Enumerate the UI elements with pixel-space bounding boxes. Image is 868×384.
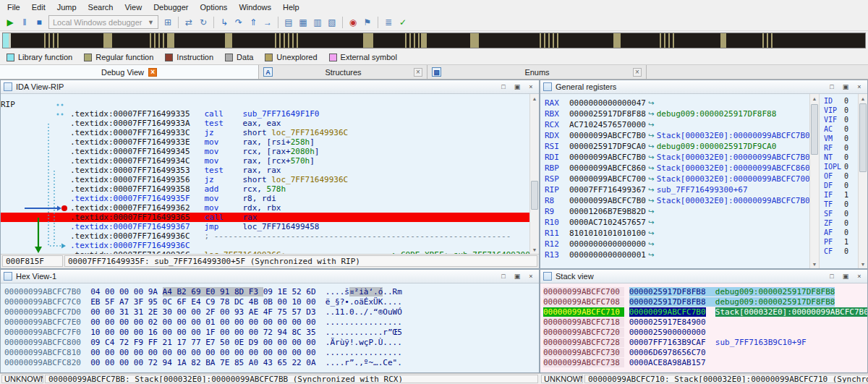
scroll-thumb[interactable] xyxy=(859,103,867,172)
hex-row[interactable]: 00000099ABCFC7B0 04 00 00 00 9A A4 B2 69… xyxy=(4,287,539,297)
close-icon[interactable]: × xyxy=(526,82,536,92)
attach-process-button[interactable]: ⇄ xyxy=(182,15,196,30)
stack-row[interactable]: 00000099ABCFC700 0000025917DF8FB8 debug0… xyxy=(543,287,867,297)
hex-row[interactable]: 00000099ABCFC820 00 00 00 00 72 94 1A 82… xyxy=(4,358,539,368)
stack-row[interactable]: 00000099ABCFC730 00006D6978656C70 xyxy=(543,348,867,358)
flag-row[interactable]: DF0 xyxy=(824,182,858,191)
scroll-down-icon[interactable]: ▼ xyxy=(810,260,819,268)
scroll-thumb[interactable] xyxy=(811,104,818,155)
disasm-line[interactable]: .textidx:00007FF71649933C jz short loc_7… xyxy=(1,128,529,137)
flag-row[interactable]: PF1 xyxy=(824,238,858,247)
open-hex-window-button[interactable]: ▤ xyxy=(281,15,296,30)
close-icon[interactable]: × xyxy=(148,68,157,77)
menu-help[interactable]: Help xyxy=(277,1,305,13)
disasm-line[interactable]: .textidx:00007FF716499362 mov rdx, rbx xyxy=(1,203,529,213)
disasm-line[interactable]: .textidx:00007FF716499345 mov rcx, [rax+… xyxy=(1,147,529,156)
register-row[interactable]: R800000099ABCFC7B0 ↪ Stack[000032E0]:000… xyxy=(545,196,809,207)
close-icon[interactable]: × xyxy=(854,82,864,92)
pause-process-button[interactable]: ‖ xyxy=(17,15,32,30)
flag-row[interactable]: IF1 xyxy=(824,191,858,200)
flag-row[interactable]: TF0 xyxy=(824,200,858,210)
float-icon[interactable]: ▣ xyxy=(512,271,522,281)
hex-row[interactable]: 00000099ABCFC800 09 C4 72 F9 FF 21 17 77… xyxy=(4,338,539,348)
open-registers-window-button[interactable]: ▦ xyxy=(296,15,310,30)
disasm-line[interactable]: .textidx:00007FF716499335 call sub_7FF71… xyxy=(1,109,529,119)
refresh-memory-button[interactable]: ↻ xyxy=(196,15,210,30)
register-row[interactable]: R118101010101010100 ↪ xyxy=(545,229,809,239)
flag-row[interactable]: IOPL0 xyxy=(824,163,858,172)
disasm-line[interactable]: .textidx:00007FF716499367 jmp loc_7FF716… xyxy=(1,222,529,231)
hex-row[interactable]: 00000099ABCFC7E0 00 00 00 00 02 00 00 00… xyxy=(4,317,539,328)
hex-row[interactable]: 00000099ABCFC810 00 00 00 00 00 00 00 00… xyxy=(4,348,539,358)
disasm-line[interactable]: .textidx:00007FF716499353 test rax, rax xyxy=(1,166,529,175)
hex-row[interactable]: 00000099ABCFC7F0 10 00 00 00 16 00 00 00… xyxy=(4,328,539,338)
flags-scrollbar[interactable]: ▲ ▼ xyxy=(858,94,867,268)
flag-row[interactable]: VIF0 xyxy=(824,116,858,125)
register-row[interactable]: RDI00000099ABCFC7B0 ↪ Stack[000032E0]:00… xyxy=(545,153,809,163)
disasm-line[interactable]: .textidx:00007FF71649935F mov r8, rdi xyxy=(1,194,529,203)
register-list[interactable]: RAX0000000000000047 ↪ RBX0000025917DF8F8… xyxy=(540,94,809,268)
register-row[interactable]: R130000000000000001 ↪ xyxy=(545,250,809,261)
stack-row[interactable]: 00000099ABCFC728 00007FF7163B9CAF sub_7F… xyxy=(543,338,867,348)
disasm-line[interactable]: .textidx:00007FF71649936C xyxy=(1,241,529,250)
tab-debug-view[interactable]: Debug View× xyxy=(0,65,259,79)
close-icon[interactable]: × xyxy=(526,271,536,281)
scroll-down-icon[interactable]: ▼ xyxy=(859,260,867,268)
float-icon[interactable]: ▣ xyxy=(512,82,522,92)
disasm-line[interactable]: .textidx:00007FF71649936C loc_7FF7164993… xyxy=(1,250,529,254)
register-row[interactable]: RDX00000099ABCFC7B0 ↪ Stack[000032E0]:00… xyxy=(545,131,809,142)
menu-windows[interactable]: Windows xyxy=(233,1,277,13)
hex-dump[interactable]: 00000099ABCFC7B0 04 00 00 00 9A A4 B2 69… xyxy=(1,283,539,372)
disasm-line[interactable]: .textidx:00007FF71649934C mov rax, [rcx+… xyxy=(1,156,529,166)
register-row[interactable]: RBX0000025917DF8F88 ↪ debug009:000002591… xyxy=(545,109,809,120)
register-row[interactable]: RSP00000099ABCFC700 ↪ Stack[000032E0]:00… xyxy=(545,174,809,185)
register-row[interactable]: RSI0000025917DF9CA0 ↪ debug009:000002591… xyxy=(545,142,809,153)
tab-enums[interactable]: ▤Enums× xyxy=(427,65,647,79)
stack-row[interactable]: 00000099ABCFC718 0000025917E84900 xyxy=(543,317,867,328)
register-row[interactable]: RBP00000099ABCFC860 ↪ Stack[000032E0]:00… xyxy=(545,163,809,174)
cpu-flags-list[interactable]: ID0VIP0VIF0AC0VM0RF0NT0IOPL0OF0DF0IF1TF0… xyxy=(819,94,858,268)
scroll-down-icon[interactable]: ▼ xyxy=(530,245,539,254)
close-icon[interactable]: × xyxy=(854,271,864,281)
register-row[interactable]: RIP00007FF716499367 ↪ sub_7FF716499300+6… xyxy=(545,185,809,196)
flag-row[interactable]: OF0 xyxy=(824,172,858,182)
register-row[interactable]: R100000AC7102457657 ↪ xyxy=(545,218,809,229)
disasm-line[interactable]: .textidx:00007FF71649933E mov rax, [rsi+… xyxy=(1,137,529,147)
close-icon[interactable]: × xyxy=(633,68,642,77)
disasm-line[interactable]: .textidx:00007FF71649936C ; ------------… xyxy=(1,231,529,241)
registers-scrollbar[interactable]: ▲ ▼ xyxy=(809,94,819,268)
continue-process-button[interactable]: ▶ xyxy=(3,15,17,30)
register-row[interactable]: RCXAC71024576570000 ↪ xyxy=(545,120,809,131)
run-to-cursor-button[interactable]: → xyxy=(260,15,275,30)
stack-row[interactable]: 00000099ABCFC710 00000099ABCFC7B0 Stack[… xyxy=(543,307,867,317)
register-row[interactable]: RAX0000000000000047 ↪ xyxy=(545,98,809,109)
restore-icon[interactable]: □ xyxy=(498,271,509,281)
menu-file[interactable]: File xyxy=(1,1,26,13)
flag-row[interactable]: AC0 xyxy=(824,125,858,135)
menu-view[interactable]: View xyxy=(119,1,148,13)
flag-row[interactable]: VM0 xyxy=(824,135,858,144)
close-icon[interactable]: × xyxy=(414,68,422,77)
menu-jump[interactable]: Jump xyxy=(51,1,82,13)
watch-list-button[interactable]: ⚑ xyxy=(360,15,375,30)
debugger-select[interactable]: Local Windows debugger ▼ xyxy=(48,15,158,29)
breakpoint-list-button[interactable]: ◉ xyxy=(346,15,360,30)
restore-icon[interactable]: □ xyxy=(498,82,509,92)
register-row[interactable]: R900001206B7E9B82D ↪ xyxy=(545,207,809,218)
tracing-button[interactable]: ≣ xyxy=(381,15,396,30)
register-row[interactable]: R120000000000000000 ↪ xyxy=(545,239,809,250)
menu-search[interactable]: Search xyxy=(82,1,119,13)
scroll-up-icon[interactable]: ▲ xyxy=(810,94,819,103)
restore-icon[interactable]: □ xyxy=(827,82,837,92)
disasm-line[interactable]: .textidx:00007FF71649933A test eax, eax xyxy=(1,119,529,128)
flag-row[interactable]: VIP0 xyxy=(824,106,858,116)
debugger-options-button[interactable]: ⊞ xyxy=(161,15,175,30)
flag-row[interactable]: ZF0 xyxy=(824,219,858,229)
navigation-band[interactable] xyxy=(2,33,866,48)
hex-row[interactable]: 00000099ABCFC7C0 EB 5F A7 3F 95 0C 6F E4… xyxy=(4,297,539,307)
open-modules-window-button[interactable]: ▧ xyxy=(325,15,339,30)
run-until-return-button[interactable]: ⇑ xyxy=(246,15,260,30)
step-over-button[interactable]: ↷ xyxy=(231,15,246,30)
menu-debugger[interactable]: Debugger xyxy=(148,1,194,13)
ida-view-scrollbar[interactable]: ▲ ▼ xyxy=(529,94,539,254)
